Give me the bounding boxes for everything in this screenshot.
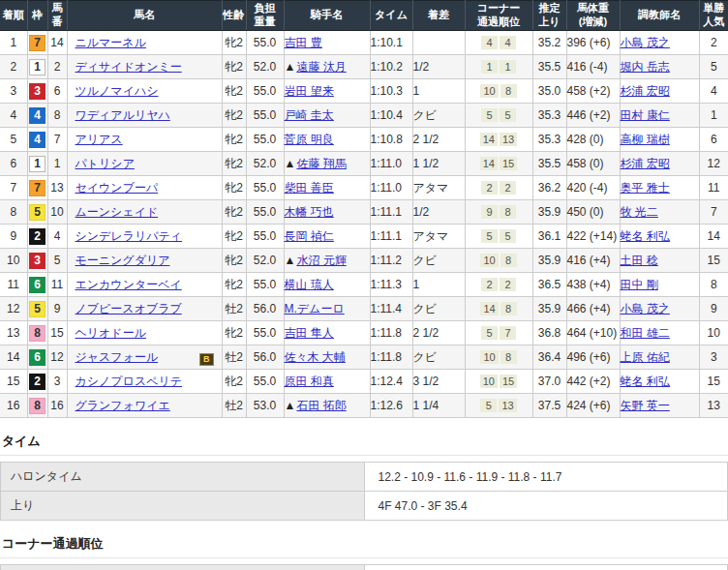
- corner-pos-box: 5: [481, 108, 498, 122]
- jockey-link[interactable]: 遠藤 汰月: [296, 60, 346, 74]
- jockey-link[interactable]: 横山 琉人: [285, 278, 334, 291]
- margin-cell: 2 1/2: [412, 128, 465, 152]
- time-section: タイム ハロンタイム12.2 - 10.9 - 11.6 - 11.9 - 11…: [0, 433, 728, 521]
- jockey-link[interactable]: 原田 和真: [285, 375, 334, 388]
- trainer-link[interactable]: 小島 茂之: [621, 302, 670, 315]
- horse-name-link[interactable]: モーニングダリア: [76, 254, 170, 267]
- finish-position-cell: 3: [0, 79, 27, 104]
- horse-name-cell: ムーンシェイド: [67, 200, 222, 225]
- jockey-link[interactable]: 吉田 隼人: [285, 326, 334, 340]
- jockey-cell: 吉田 隼人: [284, 321, 370, 345]
- trainer-link[interactable]: 杉浦 宏昭: [621, 157, 670, 170]
- jockey-link[interactable]: M.デムーロ: [285, 302, 345, 315]
- bracket-cell: 2: [27, 370, 47, 394]
- popularity-cell: 14: [699, 225, 728, 249]
- weight-cell: 55.0: [246, 104, 284, 128]
- horse-name-link[interactable]: ムーンシェイド: [76, 205, 159, 219]
- trainer-cell: 杉浦 宏昭: [620, 79, 699, 104]
- jockey-cell: 長岡 禎仁: [284, 225, 370, 249]
- trainer-link[interactable]: 矢野 英一: [621, 399, 670, 412]
- horse-name-link[interactable]: パトリシア: [76, 157, 135, 170]
- column-header-pop: 単勝 人気: [699, 1, 728, 31]
- table-row: 11611エンカウンターベイ牝255.0横山 琉人1:11.312236.543…: [0, 273, 728, 297]
- horse-name-link[interactable]: アリアス: [76, 133, 123, 146]
- margin-cell: 3 1/2: [412, 370, 465, 394]
- jockey-link[interactable]: 岩田 望来: [285, 84, 334, 98]
- trainer-link[interactable]: 牧 光二: [621, 205, 658, 219]
- trainer-link[interactable]: 土田 稔: [621, 254, 658, 267]
- trainer-link[interactable]: 杉浦 宏昭: [621, 84, 670, 98]
- jockey-link[interactable]: 菅原 明良: [285, 133, 334, 146]
- trainer-cell: 小島 茂之: [620, 297, 699, 321]
- finish-position-cell: 8: [0, 200, 27, 225]
- bracket-badge: 3: [29, 83, 46, 100]
- popularity-cell: 15: [699, 249, 728, 273]
- apprentice-mark: ▲: [285, 399, 296, 412]
- horse-name-link[interactable]: ディサイドオンミー: [76, 60, 182, 74]
- sex-age-cell: 牡2: [222, 297, 246, 321]
- trainer-link[interactable]: 奥平 雅士: [621, 181, 670, 195]
- sex-age-cell: 牝2: [222, 176, 246, 200]
- jockey-cell: 戸崎 圭太: [284, 104, 370, 128]
- horse-name-link[interactable]: ジャスフォール: [76, 350, 159, 364]
- horse-name-cell: ワディアルリヤハ: [67, 104, 222, 128]
- trainer-link[interactable]: 高柳 瑞樹: [621, 133, 670, 146]
- trainer-cell: 奥平 雅士: [620, 176, 699, 200]
- trainer-cell: 牧 光二: [620, 200, 699, 225]
- popularity-cell: 2: [699, 31, 728, 55]
- horse-name-link[interactable]: ニルマーネル: [76, 36, 146, 49]
- bracket-badge: 6: [29, 277, 46, 293]
- jockey-link[interactable]: 吉田 豊: [285, 36, 322, 49]
- corner-pos-box: 5: [481, 326, 498, 340]
- jockey-link[interactable]: 佐藤 翔馬: [296, 157, 346, 170]
- margin-cell: 2 1/2: [412, 321, 465, 345]
- jockey-link[interactable]: 木幡 巧也: [285, 205, 334, 219]
- jockey-link[interactable]: 長岡 禎仁: [285, 229, 334, 243]
- column-header-weight: 負担 重量: [246, 1, 284, 31]
- popularity-cell: 1: [699, 104, 728, 128]
- apprentice-mark: ▲: [285, 60, 296, 74]
- trainer-link[interactable]: 蛯名 利弘: [621, 229, 670, 243]
- trainer-link[interactable]: 堀内 岳志: [621, 60, 670, 74]
- horse-name-link[interactable]: ヘリオドール: [76, 326, 146, 340]
- corner-order-cell: 1015: [465, 370, 532, 394]
- jockey-link[interactable]: 石田 拓郎: [296, 399, 346, 412]
- trainer-link[interactable]: 田中 剛: [621, 278, 658, 291]
- apprentice-mark: ▲: [285, 254, 296, 267]
- corner-pos-box: 14: [480, 133, 498, 146]
- trainer-link[interactable]: 和田 雄二: [621, 326, 670, 340]
- finish-position-cell: 2: [0, 55, 27, 79]
- horse-name-link[interactable]: エンカウンターベイ: [76, 278, 182, 291]
- jockey-cell: 原田 和真: [284, 370, 370, 394]
- horse-name-link[interactable]: ツルノマイハシ: [76, 84, 159, 98]
- trainer-link[interactable]: 田村 康仁: [621, 108, 670, 122]
- trainer-link[interactable]: 蛯名 利弘: [621, 375, 670, 388]
- bracket-cell: 6: [27, 345, 47, 370]
- jockey-link[interactable]: 戸崎 圭太: [285, 108, 334, 122]
- horse-name-link[interactable]: セイウンブーパ: [76, 181, 159, 195]
- table-row: 1714ニルマーネル牝255.0吉田 豊1:10.14435.2396 (+6)…: [0, 31, 728, 55]
- trainer-link[interactable]: 上原 佑紀: [621, 350, 670, 364]
- horse-name-link[interactable]: グランフォワイエ: [76, 399, 170, 412]
- trainer-cell: 堀内 岳志: [620, 55, 699, 79]
- horse-name-link[interactable]: ノブピースオブラブ: [76, 302, 182, 315]
- jockey-link[interactable]: 水沼 元輝: [296, 254, 346, 267]
- weight-cell: 55.0: [246, 321, 284, 345]
- column-header-trainer: 調教師名: [620, 1, 699, 31]
- column-header-hweight: 馬体重 (増減): [566, 1, 620, 31]
- jockey-link[interactable]: 佐々木 大輔: [285, 350, 346, 364]
- horse-name-link[interactable]: ワディアルリヤハ: [76, 108, 170, 122]
- corner-order-cell: 1415: [465, 152, 532, 176]
- last-3f-cell: 36.4: [532, 345, 566, 370]
- jockey-link[interactable]: 柴田 善臣: [285, 181, 334, 195]
- last-3f-cell: 37.0: [532, 370, 566, 394]
- lap-time-label: ハロンタイム: [1, 463, 365, 492]
- horse-name-link[interactable]: カシノプロスペリテ: [76, 375, 183, 388]
- trainer-link[interactable]: 小島 茂之: [621, 36, 670, 49]
- trainer-cell: 土田 稔: [620, 249, 699, 273]
- horse-number-cell: 4: [47, 225, 67, 249]
- finish-position-cell: 1: [0, 31, 27, 55]
- corner-pos-box: 9: [481, 205, 498, 219]
- horse-name-link[interactable]: シンデレラリバティ: [76, 229, 183, 243]
- horse-weight-cell: 396 (+6): [566, 31, 620, 55]
